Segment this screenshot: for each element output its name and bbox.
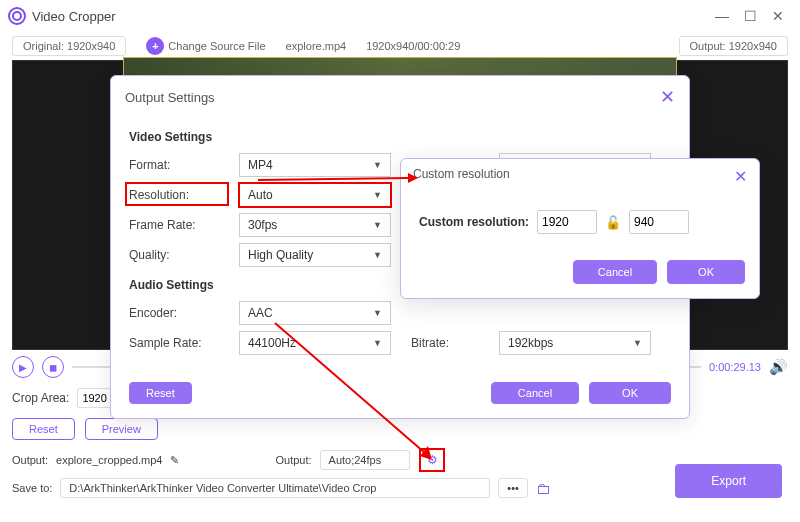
save-path-field[interactable]: D:\ArkThinker\ArkThinker Video Converter… [60, 478, 490, 498]
open-folder-icon[interactable]: 🗀 [536, 480, 551, 497]
time-display: 0:00:29.13 [709, 361, 761, 373]
browse-button[interactable]: ••• [498, 478, 528, 498]
chevron-down-icon: ▼ [373, 250, 382, 260]
change-source-button[interactable]: + Change Source File [146, 37, 265, 55]
dialog-ok-button[interactable]: OK [589, 382, 671, 404]
info-bar: Original: 1920x940 + Change Source File … [0, 32, 800, 60]
popup-close-icon[interactable]: ✕ [734, 167, 747, 186]
annotation-arrow [270, 318, 440, 468]
format-label: Format: [129, 158, 229, 172]
annotation-box [125, 182, 229, 206]
crop-area-label: Crop Area: [12, 391, 69, 405]
app-title: Video Cropper [32, 9, 116, 24]
popup-title: Custom resolution [413, 167, 510, 186]
framerate-label: Frame Rate: [129, 218, 229, 232]
app-logo-icon [8, 7, 26, 25]
chevron-down-icon: ▼ [373, 308, 382, 318]
reset-button[interactable]: Reset [12, 418, 75, 440]
source-filename: explore.mp4 [286, 40, 347, 52]
close-window-icon[interactable]: ✕ [764, 2, 792, 30]
plus-icon: + [146, 37, 164, 55]
output-filename: explore_cropped.mp4 [56, 454, 162, 466]
svg-marker-3 [420, 446, 432, 460]
svg-line-0 [258, 178, 408, 180]
video-settings-heading: Video Settings [129, 130, 671, 144]
dialog-close-icon[interactable]: ✕ [660, 86, 675, 108]
preview-button[interactable]: Preview [85, 418, 158, 440]
chevron-down-icon: ▼ [373, 220, 382, 230]
dialog-title: Output Settings [125, 90, 215, 105]
quality-dropdown[interactable]: High Quality▼ [239, 243, 391, 267]
bitrate-dropdown[interactable]: 192kbps▼ [499, 331, 651, 355]
framerate-dropdown[interactable]: 30fps▼ [239, 213, 391, 237]
popup-ok-button[interactable]: OK [667, 260, 745, 284]
svg-line-2 [275, 323, 425, 453]
position-label: 1920x940/00:00:29 [366, 40, 460, 52]
output-size-label: Output: 1920x940 [679, 36, 788, 56]
svg-marker-1 [408, 173, 418, 183]
edit-filename-icon[interactable]: ✎ [170, 454, 179, 467]
maximize-icon[interactable]: ☐ [736, 2, 764, 30]
samplerate-label: Sample Rate: [129, 336, 229, 350]
quality-label: Quality: [129, 248, 229, 262]
dialog-cancel-button[interactable]: Cancel [491, 382, 579, 404]
chevron-down-icon: ▼ [373, 160, 382, 170]
volume-icon[interactable]: 🔊 [769, 358, 788, 376]
output-file-label: Output: [12, 454, 48, 466]
chevron-down-icon: ▼ [633, 338, 642, 348]
stop-button[interactable]: ◼ [42, 356, 64, 378]
custom-width-input[interactable] [537, 210, 597, 234]
custom-height-input[interactable] [629, 210, 689, 234]
save-to-label: Save to: [12, 482, 52, 494]
popup-cancel-button[interactable]: Cancel [573, 260, 657, 284]
custom-resolution-label: Custom resolution: [419, 215, 529, 229]
dialog-reset-button[interactable]: Reset [129, 382, 192, 404]
custom-resolution-popup: Custom resolution ✕ Custom resolution: 🔓… [400, 158, 760, 299]
export-button[interactable]: Export [675, 464, 782, 498]
annotation-arrow [258, 170, 418, 190]
original-size-label: Original: 1920x940 [12, 36, 126, 56]
play-button[interactable]: ▶ [12, 356, 34, 378]
title-bar: Video Cropper ― ☐ ✕ [0, 0, 800, 32]
lock-aspect-icon[interactable]: 🔓 [605, 215, 621, 230]
minimize-icon[interactable]: ― [708, 2, 736, 30]
audio-encoder-label: Encoder: [129, 306, 229, 320]
